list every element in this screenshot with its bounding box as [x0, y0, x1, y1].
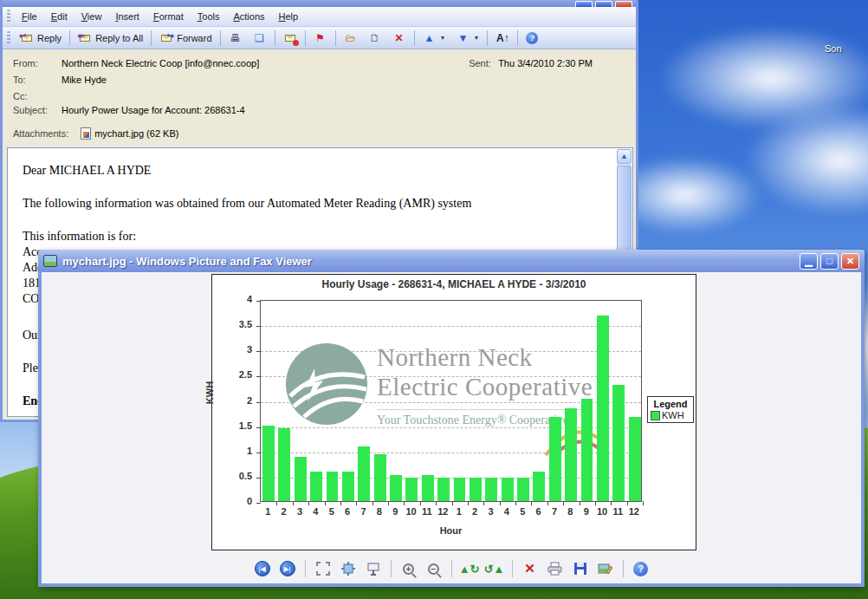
x-axis-tick-label: 3	[482, 506, 499, 517]
move-to-folder-icon	[283, 32, 297, 44]
desktop-icon-label[interactable]: Son	[825, 43, 842, 54]
menu-item-insert[interactable]: Insert	[108, 9, 146, 24]
menu-item-edit[interactable]: Edit	[44, 9, 74, 24]
y-axis-tick-label: 3	[223, 344, 252, 355]
x-axis-tick	[595, 501, 596, 505]
zoom-in-button[interactable]: +	[399, 560, 418, 577]
print-icon	[547, 562, 562, 576]
create-rule-button[interactable]: 🗋	[363, 30, 387, 46]
x-axis-tick-label: 12	[434, 506, 451, 517]
previous-item-button[interactable]: ▲▼	[418, 30, 451, 46]
reply-button[interactable]: ↩ Reply	[15, 30, 67, 46]
viewer-titlebar[interactable]: mychart.jpg - Windows Picture and Fax Vi…	[38, 250, 865, 272]
y-axis-tick	[256, 427, 261, 428]
x-axis-tick-label: 6	[530, 506, 547, 517]
next-item-button[interactable]: ▼▼	[450, 30, 484, 46]
next-image-button[interactable]: ▶|	[278, 560, 297, 577]
minimize-button[interactable]: ▁	[800, 253, 818, 270]
picture-viewer-window: mychart.jpg - Windows Picture and Fax Vi…	[38, 250, 865, 587]
menu-item-help[interactable]: Help	[272, 9, 306, 24]
scrollbar-up-arrow-icon[interactable]: ▲	[617, 149, 632, 164]
y-axis-tick-label: 2	[223, 395, 252, 406]
move-to-folder-button[interactable]	[278, 30, 302, 46]
save-button[interactable]	[571, 560, 590, 577]
forward-button[interactable]: ↪ Forward	[154, 30, 217, 46]
x-axis-tick-label: 11	[418, 506, 436, 517]
bar-hour-3	[485, 478, 497, 501]
edit-button[interactable]	[596, 560, 615, 577]
menu-item-file[interactable]: File	[15, 9, 44, 24]
font-size-icon: A↑	[496, 32, 509, 44]
slideshow-button[interactable]	[364, 560, 383, 577]
y-axis-title: KWH	[204, 381, 215, 404]
copy-button[interactable]: ❏	[248, 30, 272, 46]
x-axis-tick	[372, 501, 373, 505]
actual-size-button[interactable]	[339, 560, 358, 577]
y-axis-tick	[256, 478, 261, 479]
chart-image: Hourly Usage - 268631-4, MICHAEL A HYDE …	[211, 274, 696, 550]
email-menubar: FileEditViewInsertFormatToolsActionsHelp	[3, 7, 636, 27]
close-button[interactable]: ✕	[841, 253, 859, 270]
x-axis-tick-label: 12	[625, 506, 643, 517]
y-axis-tick-label: 4	[223, 294, 252, 304]
zoom-out-button[interactable]: −	[424, 560, 444, 577]
sent-label: Sent:	[469, 58, 498, 68]
email-titlebar[interactable]	[3, 0, 636, 7]
chart-title: Hourly Usage - 268631-4, MICHAEL A HYDE …	[212, 278, 696, 290]
font-size-button[interactable]: A↑	[490, 30, 515, 46]
bar-hour-10	[405, 478, 418, 501]
bar-hour-5	[327, 472, 339, 501]
delete-icon: ✕	[392, 32, 406, 44]
bar-hour-9	[390, 475, 402, 501]
menu-item-tools[interactable]: Tools	[191, 9, 227, 24]
x-axis-tick-label: 3	[291, 506, 308, 517]
y-axis-tick	[256, 402, 261, 403]
x-axis-tick	[404, 501, 405, 505]
maximize-button[interactable]	[595, 1, 612, 7]
previous-image-button[interactable]: |◀	[253, 560, 272, 577]
from-value: Northern Neck Electric Coop [info@nnec.c…	[62, 58, 259, 68]
viewer-title: mychart.jpg - Windows Picture and Fax Vi…	[62, 255, 312, 268]
menu-item-view[interactable]: View	[74, 9, 109, 24]
body-para2: This information is for:	[23, 230, 136, 244]
minimize-button[interactable]	[575, 1, 593, 7]
y-axis-tick-label: 0.5	[223, 471, 252, 481]
bar-hour-4	[310, 472, 322, 501]
toolbar-grip[interactable]	[7, 10, 10, 23]
y-axis-tick-label: 1.5	[223, 420, 252, 431]
x-axis-tick-label: 10	[403, 506, 420, 517]
help-button[interactable]: ?	[632, 560, 651, 577]
rotate-clockwise-button[interactable]: ▲↻	[460, 560, 479, 577]
bar-hour-12	[629, 417, 641, 501]
delete-button[interactable]: ✕	[521, 560, 540, 577]
x-axis-tick-label: 6	[339, 506, 356, 517]
follow-up-flag-button[interactable]: ⚑	[308, 30, 333, 46]
rotate-counterclockwise-button[interactable]: ↺▲	[485, 560, 504, 577]
toolbar-grip[interactable]	[7, 31, 10, 45]
maximize-button[interactable]: □	[820, 253, 839, 270]
print-button[interactable]	[546, 560, 565, 577]
x-axis-tick	[436, 501, 437, 505]
x-axis-tick-label: 8	[371, 506, 388, 517]
legend-entry: KWH	[662, 410, 684, 420]
body-greeting: Dear MICHAEL A HYDE	[23, 164, 151, 178]
best-fit-button[interactable]	[314, 560, 333, 577]
help-icon: ?	[526, 32, 538, 44]
print-button[interactable]: 🖶	[223, 30, 248, 46]
x-axis-tick-label: 1	[450, 506, 468, 517]
attachment-value[interactable]: mychart.jpg (62 KB)	[94, 128, 178, 139]
utility-logo-icon	[285, 342, 368, 426]
x-axis-tick-label: 8	[561, 506, 579, 517]
bar-hour-5	[517, 478, 529, 501]
close-button[interactable]	[615, 1, 632, 7]
forward-icon: ↪	[159, 32, 173, 44]
reply-all-button[interactable]: ↞ Reply to All	[73, 30, 148, 46]
delete-button[interactable]: ✕	[387, 30, 411, 46]
bar-hour-11	[422, 475, 434, 501]
menu-item-actions[interactable]: Actions	[226, 9, 271, 24]
x-axis-tick-label: 9	[578, 506, 595, 517]
bar-hour-10	[597, 316, 609, 501]
open-folder-button[interactable]: 🗁	[339, 30, 363, 46]
menu-item-format[interactable]: Format	[146, 9, 191, 24]
help-button[interactable]: ?	[521, 30, 543, 46]
